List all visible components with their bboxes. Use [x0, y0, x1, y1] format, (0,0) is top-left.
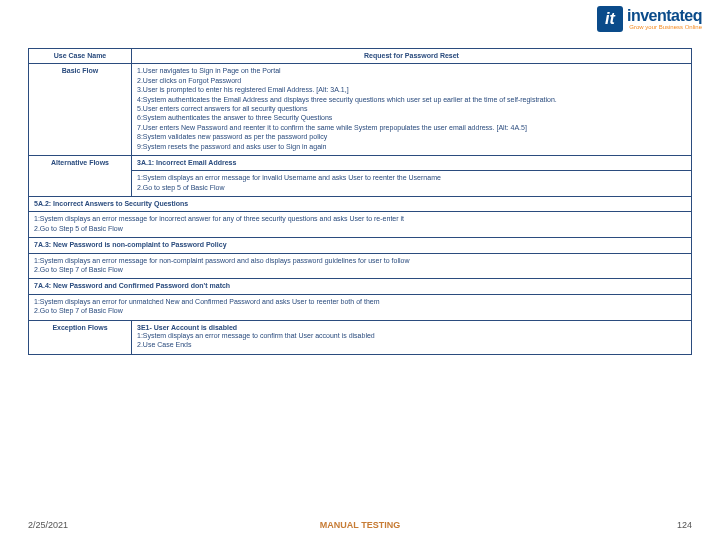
slide: it inventateq Grow your Business Online … — [0, 0, 720, 540]
list-item: 1:System displays an error message to co… — [137, 332, 686, 340]
footer-page: 124 — [677, 520, 692, 530]
exception-3e1-head: 3E1- User Account is disabled — [137, 324, 237, 331]
alt-3a1-steps: 1:System displays an error message for i… — [137, 174, 686, 192]
list-item: 1:System displays an error message for i… — [137, 174, 686, 182]
alt-flows-label: Alternative Flows — [29, 155, 132, 196]
alt-7a4-head-cell: 7A.4: New Password and Confirmed Passwor… — [29, 279, 692, 294]
alt-7a3-head: 7A.3: New Password is non-complaint to P… — [34, 241, 227, 248]
slide-footer: 2/25/2021 MANUAL TESTING 124 — [0, 520, 720, 530]
logo-tagline: Grow your Business Online — [629, 24, 702, 30]
alt-7a3-head-cell: 7A.3: New Password is non-complaint to P… — [29, 238, 692, 253]
logo-badge-icon: it — [597, 6, 623, 32]
list-item: 9:System resets the password and asks us… — [137, 143, 686, 151]
list-item: 8:System validates new password as per t… — [137, 133, 686, 141]
list-item: 1:System displays an error message for n… — [34, 257, 686, 265]
exception-3e1-cell: 3E1- User Account is disabled 1:System d… — [132, 320, 692, 354]
alt-5a2-steps: 1:System displays an error message for i… — [34, 215, 686, 233]
list-item: 1.User navigates to Sign in Page on the … — [137, 67, 686, 75]
exception-flows-label: Exception Flows — [29, 320, 132, 354]
alt-7a3-steps: 1:System displays an error message for n… — [34, 257, 686, 275]
list-item: 2.Go to Step 5 of Basic Flow — [34, 225, 686, 233]
alt-3a1-steps-cell: 1:System displays an error message for i… — [132, 171, 692, 197]
footer-date: 2/25/2021 — [28, 520, 68, 530]
use-case-table: Use Case Name Request for Password Reset… — [28, 48, 692, 355]
list-item: 2.Go to Step 7 of Basic Flow — [34, 307, 686, 315]
basic-flow-label: Basic Flow — [29, 64, 132, 156]
alt-3a1-head: 3A.1: Incorrect Email Address — [137, 159, 236, 166]
footer-title: MANUAL TESTING — [0, 520, 720, 530]
alt-5a2-head-cell: 5A.2: Incorrect Answers to Security Ques… — [29, 197, 692, 212]
list-item: 6:System authenticates the answer to thr… — [137, 114, 686, 122]
logo-name: inventateq — [627, 7, 702, 24]
use-case-name-value: Request for Password Reset — [132, 49, 692, 64]
alt-7a3-steps-cell: 1:System displays an error message for n… — [29, 253, 692, 279]
list-item: 2.User clicks on Forgot Password — [137, 77, 686, 85]
alt-3a1-head-cell: 3A.1: Incorrect Email Address — [132, 155, 692, 170]
exception-3e1-steps: 1:System displays an error message to co… — [137, 332, 686, 350]
alt-7a4-steps: 1:System displays an error for unmatched… — [34, 298, 686, 316]
list-item: 7.User enters New Password and reenter i… — [137, 124, 686, 132]
brand-logo: it inventateq Grow your Business Online — [597, 6, 702, 32]
list-item: 2.Use Case Ends — [137, 341, 686, 349]
alt-5a2-head: 5A.2: Incorrect Answers to Security Ques… — [34, 200, 188, 207]
list-item: 1:System displays an error for unmatched… — [34, 298, 686, 306]
list-item: 1:System displays an error message for i… — [34, 215, 686, 223]
list-item: 4:System authenticates the Email Address… — [137, 96, 686, 104]
basic-flow-steps: 1.User navigates to Sign in Page on the … — [137, 67, 686, 151]
alt-5a2-steps-cell: 1:System displays an error message for i… — [29, 212, 692, 238]
basic-flow-cell: 1.User navigates to Sign in Page on the … — [132, 64, 692, 156]
list-item: 2.Go to Step 7 of Basic Flow — [34, 266, 686, 274]
logo-text: inventateq Grow your Business Online — [627, 8, 702, 30]
alt-7a4-steps-cell: 1:System displays an error for unmatched… — [29, 294, 692, 320]
list-item: 3.User is prompted to enter his register… — [137, 86, 686, 94]
use-case-name-label: Use Case Name — [29, 49, 132, 64]
list-item: 5.User enters correct answers for all se… — [137, 105, 686, 113]
list-item: 2.Go to step 5 of Basic Flow — [137, 184, 686, 192]
alt-7a4-head: 7A.4: New Password and Confirmed Passwor… — [34, 282, 230, 289]
